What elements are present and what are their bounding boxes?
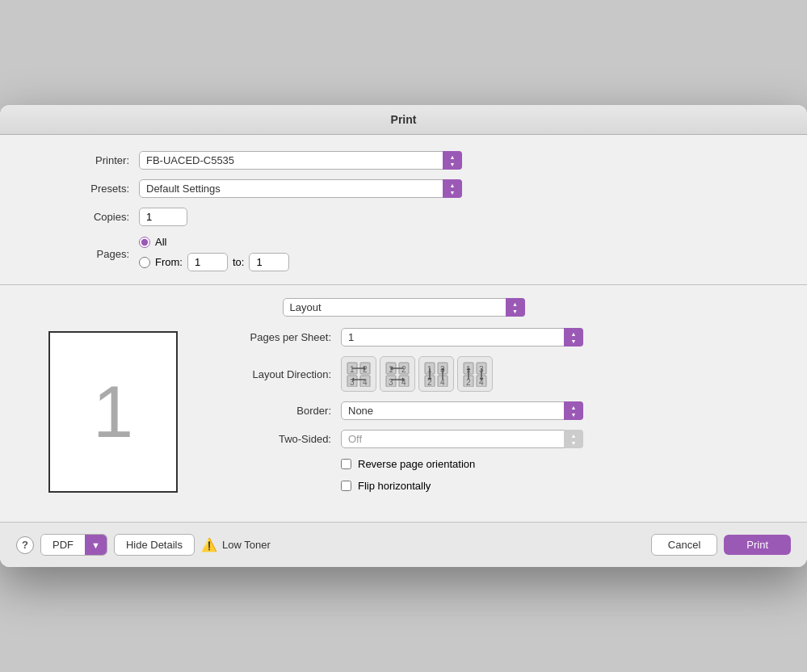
border-select-wrapper[interactable]: None Single Hairline Single Thin Line [341, 401, 583, 420]
two-sided-row: Two-Sided: Off Long-Edge binding Short-E… [194, 430, 759, 448]
low-toner-indicator: ⚠️ Low Toner [201, 537, 271, 552]
print-dialog: Print Printer: FB-UACED-C5535 Presets: [0, 105, 807, 567]
layout-section-select[interactable]: Layout [283, 298, 525, 317]
pages-all-label: All [155, 236, 166, 248]
low-toner-label: Low Toner [222, 539, 271, 551]
pages-per-sheet-label: Pages per Sheet: [194, 331, 331, 343]
pdf-button-group: PDF ▼ [40, 534, 107, 556]
printer-row: Printer: FB-UACED-C5535 [48, 151, 759, 170]
layout-direction-label: Layout Direction: [194, 368, 331, 380]
warning-icon: ⚠️ [201, 537, 217, 552]
pages-per-sheet-select-wrapper[interactable]: 1 2 4 [341, 328, 583, 346]
pages-to-label: to: [233, 256, 244, 268]
border-label: Border: [194, 405, 331, 417]
copies-row: Copies: [48, 208, 759, 226]
pages-per-sheet-row: Pages per Sheet: 1 2 4 [194, 328, 759, 346]
direction-z-left-button[interactable]: 1 2 3 4 [380, 356, 415, 392]
flip-horizontal-checkbox[interactable] [341, 481, 351, 491]
pages-row: Pages: All From: to: [48, 236, 759, 271]
printer-select-wrapper[interactable]: FB-UACED-C5535 [139, 151, 462, 170]
direction-n-up-button[interactable]: 1 3 2 4 [457, 356, 493, 392]
pdf-main-button[interactable]: PDF [41, 535, 85, 555]
layout-controls: Pages per Sheet: 1 2 4 Layout Direction: [194, 328, 759, 493]
svg-text:2: 2 [401, 365, 406, 374]
two-sided-select[interactable]: Off Long-Edge binding Short-Edge binding [341, 430, 583, 448]
flip-horizontal-row: Flip horizontally [341, 480, 759, 492]
pages-label: Pages: [48, 248, 129, 260]
pages-options: All From: to: [139, 236, 289, 271]
two-sided-select-wrapper[interactable]: Off Long-Edge binding Short-Edge binding [341, 430, 583, 448]
flip-horizontal-label: Flip horizontally [358, 480, 431, 492]
copies-input[interactable] [139, 208, 187, 226]
direction-z-right-button[interactable]: 1 2 3 4 [341, 356, 376, 392]
pages-per-sheet-select[interactable]: 1 2 4 [341, 328, 583, 346]
pages-range-radio[interactable] [139, 257, 150, 268]
reverse-orientation-row: Reverse page orientation [341, 458, 759, 470]
layout-section-select-wrapper[interactable]: Layout [283, 298, 525, 317]
reverse-orientation-checkbox[interactable] [341, 459, 351, 469]
direction-n-up-icon: 1 3 2 4 [462, 361, 488, 387]
direction-n-down-button[interactable]: 1 3 2 4 [418, 356, 454, 392]
pdf-dropdown-button[interactable]: ▼ [85, 535, 107, 555]
reverse-orientation-label: Reverse page orientation [358, 458, 475, 470]
direction-n-down-icon: 1 3 2 4 [423, 361, 449, 387]
pages-from-input[interactable] [187, 253, 228, 271]
layout-direction-row: Layout Direction: 1 2 3 [194, 356, 759, 392]
help-button[interactable]: ? [16, 536, 34, 554]
hide-details-button[interactable]: Hide Details [114, 534, 195, 556]
direction-z-right-icon: 1 2 3 4 [346, 361, 372, 387]
printer-label: Printer: [48, 154, 129, 166]
border-select[interactable]: None Single Hairline Single Thin Line [341, 401, 583, 420]
copies-label: Copies: [48, 211, 129, 223]
svg-text:1: 1 [350, 365, 355, 374]
pages-range-option: From: to: [139, 253, 289, 271]
print-button[interactable]: Print [724, 535, 791, 555]
dialog-title: Print [391, 113, 417, 126]
pages-from-label: From: [155, 256, 183, 268]
pages-all-option: All [139, 236, 289, 248]
presets-row: Presets: Default Settings [48, 179, 759, 198]
pages-to-input[interactable] [249, 253, 289, 271]
layout-section: 1 Pages per Sheet: 1 2 4 [0, 328, 807, 493]
direction-z-left-icon: 1 2 3 4 [385, 361, 410, 387]
bottom-bar: ? PDF ▼ Hide Details ⚠️ Low Toner Cancel… [0, 522, 807, 567]
dialog-body: Printer: FB-UACED-C5535 Presets: Default… [0, 135, 807, 509]
pages-all-radio[interactable] [139, 237, 150, 248]
divider [0, 284, 807, 285]
preview-number: 1 [93, 371, 133, 454]
layout-section-row: Layout [0, 298, 807, 317]
direction-buttons: 1 2 3 4 [341, 356, 493, 392]
border-row: Border: None Single Hairline Single Thin… [194, 401, 759, 420]
two-sided-label: Two-Sided: [194, 433, 331, 445]
page-preview: 1 [48, 331, 178, 493]
presets-select-wrapper[interactable]: Default Settings [139, 179, 462, 198]
title-bar: Print [0, 105, 807, 135]
printer-select[interactable]: FB-UACED-C5535 [139, 151, 462, 170]
presets-label: Presets: [48, 183, 129, 195]
presets-select[interactable]: Default Settings [139, 179, 462, 198]
cancel-button[interactable]: Cancel [651, 534, 717, 556]
form-area: Printer: FB-UACED-C5535 Presets: Default… [0, 151, 807, 271]
